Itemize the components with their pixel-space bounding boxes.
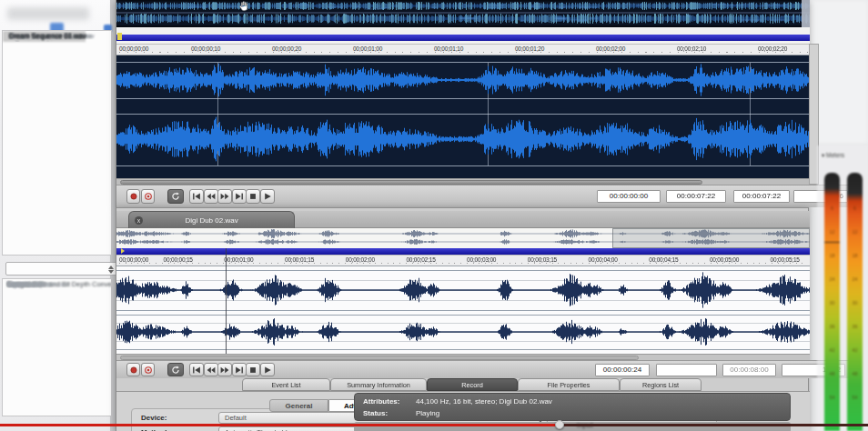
ruler-label: 00;00;03;00 <box>467 256 496 263</box>
meter-scale-label: 12 <box>824 229 840 235</box>
loop-button[interactable] <box>167 189 184 204</box>
rewind-button[interactable] <box>204 363 218 376</box>
top-waveform-canvas[interactable] <box>116 55 810 178</box>
meter-scale-label: 48 <box>847 371 863 376</box>
ruler-label: 00;00;01;20 <box>515 45 544 52</box>
audio-overview-strip[interactable] <box>116 0 810 27</box>
time-field[interactable]: 00:00:00:24 <box>595 364 650 376</box>
selection-marker <box>117 33 122 40</box>
sidebar-tool-item[interactable]: Compressor <box>3 279 45 291</box>
go-to-end-button[interactable] <box>232 189 247 204</box>
meter-scale-label: 12 <box>847 229 863 235</box>
sidebar-tool-list[interactable]: Sample Rate and Bit Depth ConverterEqual… <box>2 278 112 416</box>
meters-title[interactable]: ▾ Meters <box>822 152 844 159</box>
ruler-label: 00;00;01;15 <box>285 256 314 263</box>
tab-label: Digi Dub 02.wav <box>185 216 237 225</box>
go-to-start-button[interactable] <box>189 189 204 204</box>
bottom-waveform-canvas[interactable] <box>116 266 810 354</box>
meter-scale-label: 36 <box>824 324 840 329</box>
ruler-label: 00;00;00;10 <box>191 45 220 52</box>
record-button[interactable] <box>126 363 140 376</box>
ruler-label: 00;00;03;15 <box>528 256 557 263</box>
status-value: Playing <box>416 409 439 417</box>
record-button[interactable] <box>126 189 140 204</box>
timecode-ruler-top[interactable]: 00;00;00;0000;00;00;1000;00;00;2000;00;0… <box>116 44 810 55</box>
screen: Circuit ModelingAfrican PercussionProces… <box>0 0 868 431</box>
position-bar[interactable] <box>116 248 810 255</box>
meter-scale-label: 54 <box>824 395 840 400</box>
ruler-label: 00;00;04;15 <box>649 256 678 263</box>
video-scrubber[interactable] <box>0 424 868 426</box>
bottom-editor-window: x Digi Dub 02.wav 00;00;00;0000;00;00;15… <box>116 207 809 431</box>
meter-scale-label: 24 <box>824 276 840 282</box>
hand-cursor-icon <box>238 0 250 12</box>
meters-title-text: Meters <box>826 152 844 158</box>
overview-viewport[interactable] <box>612 228 810 248</box>
time-field[interactable]: 00:00:00:00 <box>597 190 661 203</box>
playhead[interactable] <box>226 248 227 360</box>
device-label: Device: <box>141 414 167 422</box>
ruler-label: 00;00;00;20 <box>272 45 301 52</box>
stop-button[interactable] <box>246 363 260 376</box>
play-button[interactable] <box>260 189 275 204</box>
ruler-label: 00;00;01;10 <box>434 45 463 52</box>
record-enable-button[interactable] <box>141 363 155 376</box>
horizontal-scrollbar[interactable] <box>116 178 810 185</box>
meter-bar-left: 61218243036424854 <box>824 173 840 431</box>
transport-bar-bottom: 00:00:00:2400:00:08:001:192 <box>116 360 855 378</box>
record-enable-button[interactable] <box>141 189 155 204</box>
panel-tab-file-properties[interactable]: File Properties <box>518 378 620 391</box>
go-to-end-button[interactable] <box>232 363 247 376</box>
fast-forward-button[interactable] <box>217 189 232 204</box>
time-field[interactable]: 00:00:07:22 <box>666 190 726 203</box>
sidebar-stepper[interactable] <box>5 262 119 276</box>
meter-bar-right: 61218243036424854 <box>847 173 863 431</box>
ruler-label: 00;00;05;00 <box>710 256 739 263</box>
tab-close-icon[interactable]: x <box>135 216 143 225</box>
stepper-down-icon[interactable] <box>108 270 114 274</box>
meter-scale-label: 54 <box>847 395 863 400</box>
meter-scale-label: 6 <box>847 205 863 211</box>
disclosure-triangle-icon[interactable]: ▾ <box>822 152 824 158</box>
meter-scale-label: 48 <box>824 371 840 376</box>
meter-peak-line <box>824 242 840 243</box>
background-toolbar-smudge <box>7 7 89 20</box>
transport-bar-top: 00:00:00:0000:00:07:2200:00:07:221:96 <box>116 185 855 207</box>
fast-forward-button[interactable] <box>217 363 232 376</box>
timecode-ruler-bottom[interactable]: 00;00;00;0000;00;00;1500;00;01;0000;00;0… <box>116 255 810 266</box>
meter-scale-label: 42 <box>847 347 863 353</box>
time-field[interactable]: 00:00:07:22 <box>733 190 790 203</box>
go-to-start-button[interactable] <box>189 363 204 376</box>
time-field[interactable]: 00:00:08:00 <box>722 364 776 376</box>
rewind-button[interactable] <box>204 189 218 204</box>
ruler-label: 00;00;01;00 <box>224 256 253 263</box>
ruler-label: 00;00;02;00 <box>346 256 375 263</box>
document-tab[interactable]: x Digi Dub 02.wav <box>128 211 295 228</box>
scrubber-knob[interactable] <box>555 420 564 429</box>
mode-tab-general[interactable]: General <box>269 399 328 412</box>
position-marker-icon <box>121 248 125 254</box>
meters-panel: ▾ Meters 61218243036424854 6121824303642… <box>817 145 868 431</box>
ruler-label: 00;00;00;00 <box>119 45 148 52</box>
ruler-label: 00;00;02;15 <box>406 256 435 263</box>
time-field[interactable] <box>656 364 717 376</box>
device-value: Default <box>225 414 247 422</box>
sidebar-file-list[interactable]: Circuit ModelingAfrican PercussionProces… <box>2 30 112 256</box>
panel-tab-regions-list[interactable]: Regions List <box>620 378 701 391</box>
horizontal-scrollbar-bottom[interactable] <box>116 354 810 360</box>
loop-button[interactable] <box>167 363 184 376</box>
stepper-up-icon[interactable] <box>108 266 114 269</box>
ruler-label: 00;00;00;00 <box>119 256 148 263</box>
meter-scale-label: 18 <box>824 253 840 258</box>
stop-button[interactable] <box>246 189 260 204</box>
panel-tab-event-list[interactable]: Event List <box>242 378 330 391</box>
panel-tab-record[interactable]: Record <box>427 378 518 391</box>
play-button[interactable] <box>260 363 275 376</box>
selection-bar[interactable] <box>116 35 810 41</box>
ruler-label: 00;00;04;00 <box>589 256 618 263</box>
sidebar-item[interactable]: Dream Sequence 04.wav <box>3 31 86 42</box>
attributes-label: Attributes: <box>363 397 399 406</box>
meter-scale-label: 30 <box>824 300 840 306</box>
panel-tab-summary-information[interactable]: Summary Information <box>330 378 427 391</box>
meter-scale-label: 36 <box>847 324 863 329</box>
